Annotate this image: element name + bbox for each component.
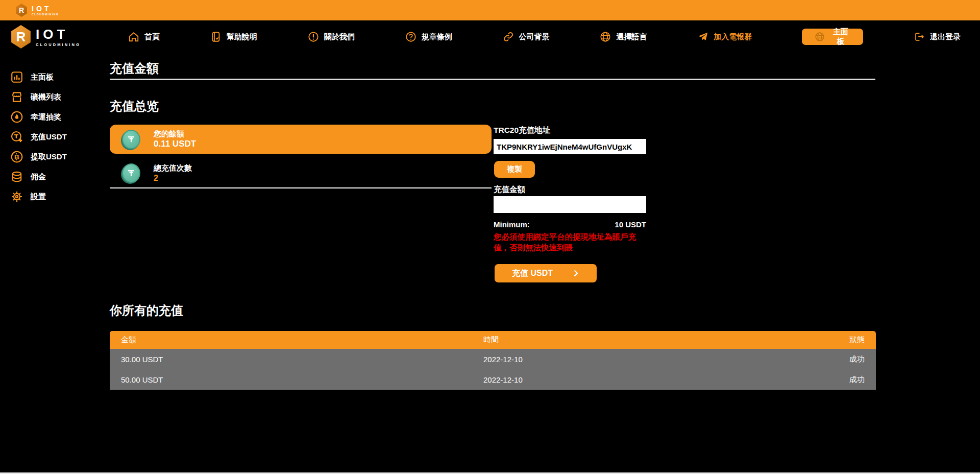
sidebar-item-label: 充值USDT bbox=[31, 132, 67, 142]
nav-item-company[interactable]: 公司背景 bbox=[502, 31, 550, 43]
cell-time: 2022-12-10 bbox=[483, 355, 803, 364]
globe-icon bbox=[814, 31, 825, 43]
balance-card: 您的餘額 0.11 USDT bbox=[110, 125, 492, 154]
logout-icon bbox=[913, 31, 925, 43]
sidebar-item-withdraw[interactable]: B 提取USDT bbox=[0, 150, 109, 163]
overview-divider bbox=[110, 187, 492, 188]
sidebar-item-commission[interactable]: 佣金 bbox=[0, 170, 109, 183]
deposit-history-table: 金額 時間 狀態 30.00 USDT 2022-12-10 成功 50.00 … bbox=[110, 331, 876, 390]
sidebar-item-deposit[interactable]: 充值USDT bbox=[0, 130, 109, 144]
nav-item-telegram[interactable]: 加入電報群 bbox=[697, 31, 752, 43]
sidebar-item-label: 幸運抽奖 bbox=[31, 112, 61, 122]
table-row: 50.00 USDT 2022-12-10 成功 bbox=[110, 369, 876, 390]
brand-letters: IOT bbox=[32, 5, 59, 13]
cell-amount: 50.00 USDT bbox=[121, 375, 483, 384]
logout-button[interactable]: 退出登录 bbox=[913, 31, 961, 43]
sidebar-item-label: 提取USDT bbox=[31, 152, 67, 162]
deposit-submit-button[interactable]: 充值 USDT bbox=[495, 264, 597, 282]
brand-letters: IOT bbox=[36, 27, 81, 42]
nav-item-about[interactable]: 關於我們 bbox=[307, 31, 355, 43]
sidebar-item-label: 佣金 bbox=[31, 172, 46, 182]
nav-item-rules[interactable]: 規章條例 bbox=[405, 31, 452, 43]
brand-logo[interactable]: R IOT CLOUDMINING bbox=[10, 25, 81, 49]
brand-hex-letter: R bbox=[16, 29, 26, 45]
deposit-count-label: 總充值次數 bbox=[154, 163, 192, 173]
telegram-icon bbox=[697, 31, 709, 43]
minimum-row: Minimum: 10 USDT bbox=[494, 220, 646, 229]
nav-item-language[interactable]: 選擇語言 bbox=[599, 31, 647, 43]
minimum-label: Minimum: bbox=[494, 220, 530, 229]
sidebar-item-label: 礦機列表 bbox=[31, 92, 61, 102]
brand-tagline: CLOUDMINING bbox=[36, 42, 81, 47]
column-header-amount: 金額 bbox=[121, 335, 483, 345]
deposit-usdt-icon bbox=[10, 130, 23, 144]
cell-amount: 30.00 USDT bbox=[121, 355, 483, 364]
gear-icon bbox=[10, 190, 23, 203]
trc20-address-label: TRC20充值地址 bbox=[494, 125, 550, 136]
sidebar: 主面板 礦機列表 幸運抽奖 充值USDT B 提取USDT bbox=[0, 53, 109, 474]
main-navbar: R IOT CLOUDMINING 首頁 幫助說明 bbox=[0, 20, 980, 53]
tether-coin-icon bbox=[122, 130, 140, 149]
column-header-time: 時間 bbox=[483, 335, 803, 345]
help-manual-icon bbox=[210, 31, 222, 43]
link-icon bbox=[502, 31, 514, 43]
lucky-draw-icon bbox=[10, 110, 23, 124]
miner-store-icon bbox=[10, 90, 23, 104]
globe-icon bbox=[599, 31, 611, 43]
brand-tagline: CLOUDMINING bbox=[32, 13, 59, 16]
balance-label: 您的餘額 bbox=[154, 129, 196, 138]
exclamation-circle-icon bbox=[307, 31, 320, 43]
nav-item-label: 首頁 bbox=[144, 32, 160, 42]
deposit-amount-input[interactable] bbox=[494, 196, 646, 213]
sidebar-item-lucky-draw[interactable]: 幸運抽奖 bbox=[0, 110, 109, 124]
sidebar-item-settings[interactable]: 設置 bbox=[0, 190, 109, 203]
deposit-form: TRC20充值地址 複製 充值金額 Minimum: 10 USDT 您必須使用… bbox=[494, 125, 647, 285]
cell-status: 成功 bbox=[803, 375, 865, 385]
brand-hexagon-icon: R bbox=[10, 25, 32, 49]
home-icon bbox=[128, 31, 140, 43]
nav-item-label: 關於我們 bbox=[324, 32, 355, 42]
logout-label: 退出登录 bbox=[930, 32, 961, 42]
nav-item-label: 幫助說明 bbox=[227, 32, 257, 42]
sidebar-item-label: 設置 bbox=[31, 192, 46, 202]
dashboard-button-label: 主面板 bbox=[830, 27, 851, 46]
nav-item-label: 選擇語言 bbox=[616, 32, 647, 42]
sidebar-item-label: 主面板 bbox=[31, 73, 54, 82]
nav-items: 首頁 幫助說明 關於我們 規章條例 bbox=[128, 20, 961, 53]
overview-title: 充值总览 bbox=[110, 98, 159, 114]
nav-item-label: 公司背景 bbox=[519, 32, 550, 42]
page-title: 充值金額 bbox=[110, 60, 159, 77]
dashboard-chart-icon bbox=[10, 70, 23, 84]
dashboard-button[interactable]: 主面板 bbox=[802, 29, 863, 45]
balance-value: 0.11 USDT bbox=[154, 138, 196, 150]
cell-status: 成功 bbox=[803, 354, 865, 364]
chevron-right-icon bbox=[572, 270, 579, 277]
question-circle-icon bbox=[405, 31, 417, 43]
deposit-button-label: 充值 USDT bbox=[512, 268, 553, 279]
sidebar-item-dashboard[interactable]: 主面板 bbox=[0, 70, 109, 84]
commission-coins-icon bbox=[10, 170, 23, 183]
cell-time: 2022-12-10 bbox=[483, 375, 803, 384]
history-title: 你所有的充值 bbox=[110, 302, 183, 319]
table-header-row: 金額 時間 狀態 bbox=[110, 331, 876, 349]
withdraw-bitcoin-icon: B bbox=[10, 150, 23, 163]
svg-text:B: B bbox=[14, 153, 19, 161]
column-header-status: 狀態 bbox=[803, 335, 865, 345]
minimum-value: 10 USDT bbox=[615, 220, 646, 229]
deposit-count-value: 2 bbox=[154, 173, 192, 184]
top-banner: R IOT CLOUDMINING bbox=[0, 0, 980, 20]
nav-item-label: 規章條例 bbox=[422, 32, 452, 42]
copy-button[interactable]: 複製 bbox=[494, 161, 535, 178]
table-row: 30.00 USDT 2022-12-10 成功 bbox=[110, 349, 876, 369]
deposit-warning: 您必須使用綁定平台的提現地址為賬戶充值，否則無法快速到賬 bbox=[494, 232, 647, 253]
deposit-amount-label: 充值金額 bbox=[494, 184, 525, 195]
tether-coin-icon bbox=[122, 163, 140, 183]
brand-logo-small[interactable]: R IOT CLOUDMINING bbox=[15, 4, 59, 17]
nav-item-help[interactable]: 幫助說明 bbox=[210, 31, 257, 43]
brand-hexagon-icon: R bbox=[15, 4, 28, 17]
trc20-address-input[interactable] bbox=[494, 139, 646, 154]
sidebar-item-miners[interactable]: 礦機列表 bbox=[0, 90, 109, 104]
deposit-count-row: 總充值次數 2 bbox=[110, 162, 492, 184]
nav-item-home[interactable]: 首頁 bbox=[128, 31, 160, 43]
app-root: R IOT CLOUDMINING R IOT CLOUDMINING bbox=[0, 0, 980, 474]
